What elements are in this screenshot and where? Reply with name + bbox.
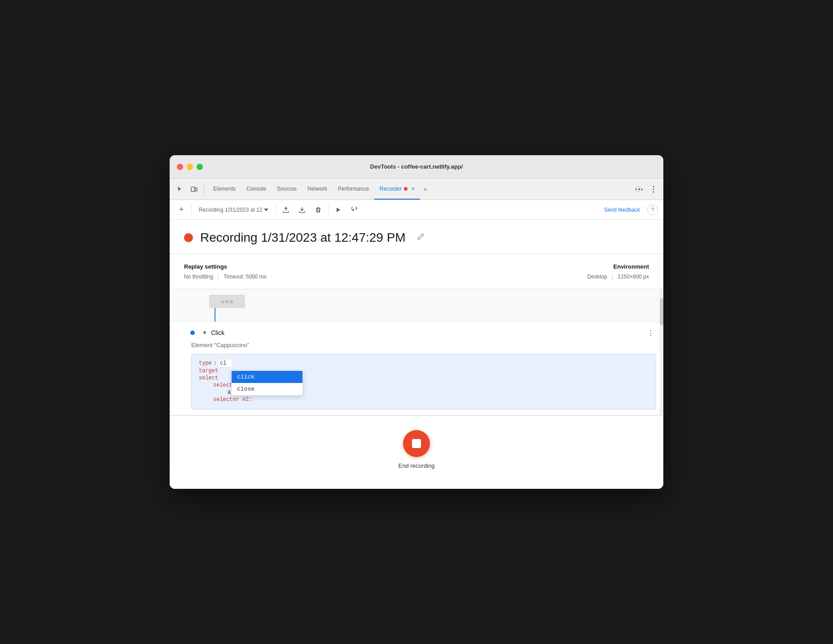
devtools-window: DevTools - coffee-cart.netlify.app/ Elem… <box>170 155 663 489</box>
code-selectors-key: select <box>199 375 218 381</box>
thumbnail-preview: ▦ ▦ ▦ <box>209 295 245 308</box>
chevron-down-icon <box>264 209 268 211</box>
send-feedback-button[interactable]: Send feedback <box>601 205 644 215</box>
replay-button[interactable] <box>332 204 345 216</box>
recorder-dot-icon <box>403 187 408 191</box>
code-target-key: target <box>199 368 218 374</box>
steps-area: ▦ ▦ ▦ ▼ Click ⋮ <box>170 289 663 415</box>
tab-sources[interactable]: Sources <box>272 178 302 200</box>
settings-icon[interactable] <box>633 183 645 196</box>
code-type-key: type <box>199 360 212 366</box>
code-type-colon: : <box>214 360 217 366</box>
more-options-icon[interactable] <box>647 183 660 196</box>
environment-dimensions: 1150×800 px <box>618 274 649 280</box>
svg-rect-0 <box>191 187 195 191</box>
tab-performance[interactable]: Performance <box>333 178 374 200</box>
step-more-button[interactable]: ⋮ <box>645 327 656 338</box>
environment-settings: Environment Desktop 1150×800 px <box>587 263 649 280</box>
recording-selector-label: Recording 1/31/2023 at 12 <box>199 207 262 213</box>
code-line-selector2: selector #2: <box>199 396 649 403</box>
step-description: Element "Cappuccino" <box>170 342 663 354</box>
traffic-lights <box>177 164 203 170</box>
main-content: Recording 1/31/2023 at 12:47:29 PM Repla… <box>170 220 663 489</box>
import-icon <box>299 207 305 213</box>
step-header: ▼ Click ⋮ <box>170 322 663 342</box>
edit-icon[interactable] <box>416 233 425 243</box>
recorder-toolbar: + Recording 1/31/2023 at 12 <box>170 200 663 220</box>
cursor-icon[interactable] <box>173 183 186 196</box>
delete-icon <box>315 207 321 213</box>
autocomplete-dropdown: click close <box>231 370 303 396</box>
environment-value: Desktop 1150×800 px <box>587 274 649 280</box>
import-button[interactable] <box>296 204 308 216</box>
replay-icon <box>335 207 342 213</box>
toolbar-divider-3 <box>328 205 329 215</box>
svg-point-2 <box>404 187 408 191</box>
svg-point-4 <box>653 188 654 190</box>
recording-selector-dropdown[interactable]: Recording 1/31/2023 at 12 <box>195 205 272 215</box>
export-button[interactable] <box>280 204 292 216</box>
throttling-value: No throttling <box>184 274 213 280</box>
step-indicator-dot <box>190 331 195 335</box>
minimize-button[interactable] <box>187 164 193 170</box>
autocomplete-item-close[interactable]: close <box>232 383 303 395</box>
device-icon[interactable] <box>188 183 200 196</box>
scrollbar-thumb[interactable] <box>660 298 663 325</box>
tab-network[interactable]: Network <box>302 178 333 200</box>
toolbar-divider-2 <box>276 205 276 215</box>
environment-label: Environment <box>587 263 649 270</box>
stop-recording-button[interactable] <box>403 430 430 457</box>
timeline-connector-line <box>215 308 215 322</box>
end-recording-label: End recording <box>399 462 435 469</box>
settings-separator-1 <box>218 274 219 280</box>
recording-indicator <box>184 233 193 242</box>
code-type-input[interactable] <box>219 360 232 367</box>
window-title: DevTools - coffee-cart.netlify.app/ <box>370 163 463 170</box>
close-button[interactable] <box>177 164 183 170</box>
step-block: ▼ Click ⋮ Element "Cappuccino" type : <box>170 322 663 415</box>
maximize-button[interactable] <box>197 164 203 170</box>
tabs-list: Elements Console Sources Network Perform… <box>208 178 633 200</box>
step-replay-icon <box>351 207 358 213</box>
stop-icon <box>412 439 421 448</box>
replay-settings: Replay settings No throttling Timeout: 5… <box>184 263 587 280</box>
svg-point-5 <box>653 191 654 192</box>
environment-type: Desktop <box>587 274 607 280</box>
step-type-label: Click <box>211 329 224 336</box>
devtools-tabs-bar: Elements Console Sources Network Perform… <box>170 178 663 200</box>
timeout-value: Timeout: 5000 ms <box>224 274 267 280</box>
tab-console[interactable]: Console <box>241 178 272 200</box>
titlebar: DevTools - coffee-cart.netlify.app/ <box>170 155 663 178</box>
toolbar-divider-1 <box>191 205 192 215</box>
step-replay-button[interactable] <box>348 204 361 216</box>
scrollbar[interactable] <box>660 289 663 415</box>
settings-separator-2 <box>612 274 613 280</box>
replay-settings-label: Replay settings <box>184 263 587 270</box>
close-tab-icon[interactable]: × <box>412 186 415 192</box>
export-icon <box>283 207 289 213</box>
svg-rect-1 <box>195 188 197 191</box>
settings-row: Replay settings No throttling Timeout: 5… <box>170 254 663 289</box>
tab-tool-icons <box>173 183 204 196</box>
code-selector2-key: selector #2: <box>213 396 252 403</box>
svg-marker-6 <box>337 208 340 212</box>
recording-title: Recording 1/31/2023 at 12:47:29 PM <box>200 231 406 245</box>
tab-elements[interactable]: Elements <box>208 178 241 200</box>
step-expand-icon[interactable]: ▼ <box>202 330 207 336</box>
recording-header: Recording 1/31/2023 at 12:47:29 PM <box>170 220 663 254</box>
delete-button[interactable] <box>312 204 324 216</box>
tab-recorder[interactable]: Recorder × <box>374 178 420 200</box>
tab-right-icons <box>633 183 660 196</box>
autocomplete-item-click[interactable]: click <box>232 371 303 383</box>
code-line-type: type : <box>199 360 649 367</box>
svg-point-3 <box>653 186 654 187</box>
tab-more-icon[interactable]: » <box>420 178 430 200</box>
new-recording-button[interactable]: + <box>175 204 188 216</box>
help-button[interactable]: ? <box>647 205 658 215</box>
replay-settings-value: No throttling Timeout: 5000 ms <box>184 274 587 280</box>
code-editor: type : target select selector #1: <box>191 354 656 409</box>
end-recording-section: End recording <box>170 415 663 483</box>
